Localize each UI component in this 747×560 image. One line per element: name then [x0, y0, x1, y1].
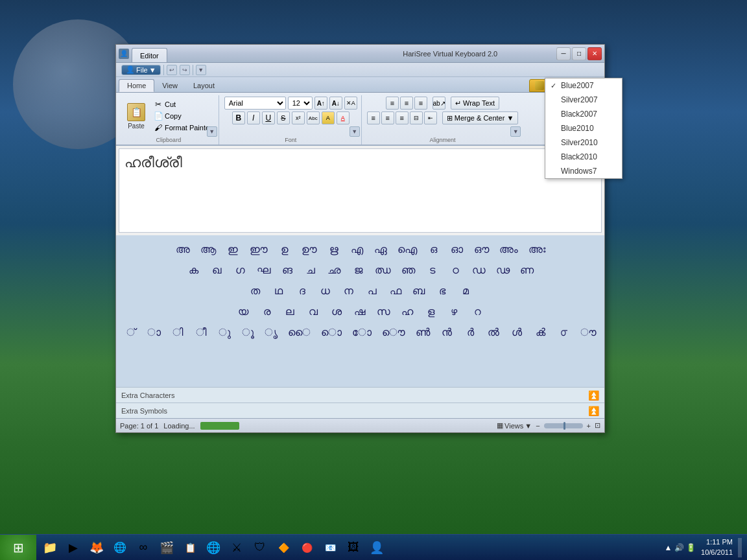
extra-characters-section[interactable]: Extra Characters ⏫ — [116, 387, 604, 402]
key-kha[interactable]: ഖ — [208, 261, 226, 279]
bold-button[interactable]: B — [232, 111, 245, 124]
key-ah[interactable]: അഃ — [526, 240, 548, 259]
align-center[interactable]: ≡ — [381, 111, 394, 124]
skin-option-blue2010[interactable]: Blue2010 — [545, 121, 622, 135]
highlight-button[interactable]: A — [322, 111, 335, 124]
key-pha[interactable]: ഫ — [386, 282, 405, 300]
key-dha1[interactable]: ഢ — [493, 261, 512, 279]
zoom-in-button[interactable]: + — [587, 422, 591, 430]
align-top-center[interactable]: ≡ — [400, 97, 413, 110]
taskbar-security[interactable]: ⚔ — [226, 537, 248, 559]
zoom-handle[interactable] — [563, 422, 565, 430]
symbols-collapse-arrow[interactable]: ⏫ — [588, 406, 599, 416]
zoom-slider[interactable] — [544, 423, 583, 428]
align-left[interactable]: ≡ — [367, 111, 380, 124]
taskbar-app2[interactable]: 🔴 — [296, 537, 318, 559]
paste-button[interactable]: 📋 Paste — [123, 102, 150, 131]
zoom-out-button[interactable]: − — [536, 422, 540, 430]
key-i1[interactable]: ഇ — [224, 240, 242, 259]
key-ha[interactable]: ഹ — [398, 303, 416, 321]
key-ya[interactable]: യ — [234, 303, 252, 321]
key-o-sign[interactable]: ൊ — [318, 323, 344, 342]
skin-option-black2010[interactable]: Black2010 — [545, 150, 622, 164]
taskbar-app1[interactable]: 📋 — [179, 537, 201, 559]
key-cha[interactable]: ച — [302, 261, 320, 279]
key-ai[interactable]: ഐ — [395, 240, 420, 259]
skin-option-windows7[interactable]: Windows7 — [545, 164, 622, 178]
key-jha[interactable]: ഝ — [372, 261, 394, 279]
key-a2[interactable]: ആ — [198, 240, 219, 259]
key-ga[interactable]: ഗ — [231, 261, 249, 279]
font-color-button[interactable]: A — [337, 111, 350, 124]
maximize-button[interactable]: ⊡ — [595, 421, 600, 430]
taskbar-app3[interactable]: 📧 — [319, 537, 341, 559]
key-ai-sign[interactable]: ൈ — [285, 323, 313, 342]
key-tha2[interactable]: ഥ — [270, 282, 288, 300]
key-ja[interactable]: ജ — [349, 261, 367, 279]
skin-option-black2007[interactable]: Black2007 — [545, 107, 622, 121]
key-da2[interactable]: ദ — [293, 282, 311, 300]
key-sa[interactable]: സ — [374, 303, 393, 321]
key-na2[interactable]: ന — [340, 282, 358, 300]
key-ma[interactable]: മ — [456, 282, 475, 300]
format-painter-button[interactable]: 🖌 Format Painter — [151, 122, 215, 133]
key-chil-nn[interactable]: ൻ — [438, 323, 456, 342]
font-size-select[interactable]: 12 — [288, 97, 313, 110]
key-bha[interactable]: ഭ — [433, 282, 451, 300]
decrease-font-button[interactable]: A↓ — [329, 97, 342, 110]
key-e1[interactable]: എ — [348, 240, 366, 259]
italic-button[interactable]: I — [247, 111, 260, 124]
restore-button[interactable]: □ — [572, 47, 586, 60]
taskbar-explorer[interactable]: 📁 — [39, 537, 61, 559]
align-justify[interactable]: ⊟ — [410, 111, 423, 124]
key-na1[interactable]: ണ — [517, 261, 536, 279]
key-chil-r[interactable]: ർ — [461, 323, 479, 342]
views-button[interactable]: ▦ Views ▼ — [497, 421, 532, 430]
font-name-select[interactable]: Arial — [224, 97, 286, 110]
key-uu-sign[interactable]: ൂ — [239, 323, 257, 342]
cut-button[interactable]: ✂ Cut — [151, 99, 215, 110]
key-u1[interactable]: ഉ — [276, 240, 294, 259]
clear-format-button[interactable]: ✕A — [344, 97, 357, 110]
clipboard-expand[interactable]: ▼ — [207, 126, 217, 137]
key-va[interactable]: വ — [304, 303, 322, 321]
increase-font-button[interactable]: A↑ — [314, 97, 327, 110]
indent-decrease[interactable]: ⇤ — [424, 111, 437, 124]
taskbar-chrome[interactable]: 🌐 — [109, 537, 131, 559]
key-u-sign[interactable]: ു — [215, 323, 233, 342]
extra-symbols-section[interactable]: Extra Symbols ⏫ — [116, 402, 604, 418]
customize-button[interactable]: ▼ — [196, 65, 206, 75]
undo-button[interactable]: ↩ — [167, 65, 177, 75]
redo-button[interactable]: ↪ — [180, 65, 190, 75]
characters-collapse-arrow[interactable]: ⏫ — [588, 390, 599, 401]
tab-view[interactable]: View — [154, 79, 185, 92]
tab-home[interactable]: Home — [119, 79, 154, 92]
font-expand[interactable]: ▼ — [350, 126, 360, 137]
align-right[interactable]: ≡ — [396, 111, 409, 124]
key-aa-sign[interactable]: ാ — [145, 323, 163, 342]
key-chil-n[interactable]: ൺ — [413, 323, 433, 342]
key-sha[interactable]: ശ — [327, 303, 346, 321]
key-au-sign[interactable]: ൌ — [379, 323, 408, 342]
key-chha[interactable]: ഛ — [325, 261, 344, 279]
key-chil-k[interactable]: ൿ — [531, 323, 549, 342]
key-dha2[interactable]: ധ — [316, 282, 335, 300]
abc-button[interactable]: Abc — [307, 111, 320, 124]
key-gha[interactable]: ഘ — [254, 261, 273, 279]
key-pa[interactable]: പ — [363, 282, 381, 300]
key-da1[interactable]: ഡ — [469, 261, 488, 279]
key-la[interactable]: ല — [281, 303, 299, 321]
taskbar-browser2[interactable]: 🔶 — [272, 537, 294, 559]
key-i2[interactable]: ഈ — [247, 240, 270, 259]
strikethrough-button[interactable]: S — [277, 111, 290, 124]
key-zha[interactable]: ഴ — [445, 303, 463, 321]
alignment-expand[interactable]: ▼ — [510, 126, 521, 137]
key-i-sign[interactable]: ി — [169, 323, 187, 342]
key-ta1[interactable]: ട — [423, 261, 441, 279]
taskbar-ie[interactable]: 🌐 — [202, 537, 224, 559]
minimize-button[interactable]: ─ — [556, 47, 571, 60]
taskbar-shield[interactable]: 🛡 — [249, 537, 271, 559]
key-ssa[interactable]: ഷ — [351, 303, 369, 321]
text-editor-area[interactable]: ഹരീശ്രീ — [119, 148, 602, 233]
superscript-button[interactable]: x² — [292, 111, 305, 124]
